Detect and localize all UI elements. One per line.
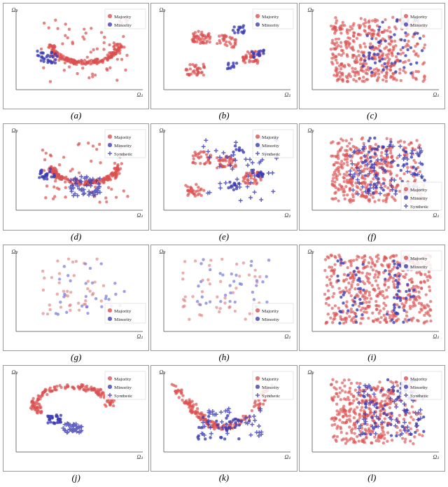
- svg-point-1633: [372, 177, 374, 180]
- svg-point-3237: [358, 393, 361, 396]
- svg-point-1812: [400, 180, 403, 183]
- svg-point-725: [374, 18, 377, 21]
- svg-point-866: [416, 42, 419, 45]
- svg-point-1915: [86, 311, 89, 314]
- svg-point-2335: [384, 303, 387, 306]
- svg-point-1993: [230, 291, 232, 294]
- svg-point-1973: [192, 295, 195, 298]
- svg-point-1518: [412, 159, 415, 162]
- svg-point-883: [332, 25, 335, 28]
- svg-point-2501: [337, 279, 340, 282]
- svg-point-3306: [368, 408, 371, 411]
- svg-point-1988: [201, 295, 204, 298]
- svg-point-487: [239, 27, 241, 29]
- svg-point-2304: [424, 254, 426, 256]
- svg-point-1512: [422, 184, 425, 186]
- svg-point-1177: [58, 163, 61, 166]
- svg-point-378: [201, 71, 204, 74]
- caption-i: (i): [368, 351, 376, 364]
- svg-point-1914: [110, 304, 113, 307]
- svg-point-1946: [238, 274, 241, 277]
- svg-point-2675: [112, 404, 115, 407]
- svg-point-1351: [187, 189, 190, 192]
- svg-point-1397: [242, 151, 245, 153]
- svg-point-2688: [64, 387, 66, 390]
- svg-point-917: [402, 66, 405, 69]
- svg-point-2881: [197, 416, 200, 418]
- svg-point-1889: [41, 312, 44, 315]
- plot-cell-k: Ω₂ Ω₁ MajorityMinoritySynthetic(k): [150, 365, 297, 484]
- svg-point-2930: [260, 392, 263, 395]
- svg-point-1209: [46, 177, 48, 180]
- svg-point-1494: [410, 193, 413, 196]
- svg-point-1859: [102, 284, 105, 287]
- svg-point-2649: [53, 385, 56, 388]
- svg-point-1791: [372, 191, 374, 194]
- svg-point-2692: [97, 393, 100, 396]
- svg-point-3343: [403, 380, 406, 383]
- svg-point-2409: [367, 261, 370, 263]
- svg-point-1902: [107, 298, 110, 301]
- svg-text:Ω₁: Ω₁: [433, 212, 439, 219]
- svg-point-889: [372, 32, 375, 35]
- svg-text:Ω₁: Ω₁: [285, 212, 291, 219]
- svg-point-2130: [408, 298, 411, 301]
- svg-point-265: [50, 51, 52, 54]
- svg-point-2144: [375, 259, 378, 262]
- svg-point-2403: [411, 259, 414, 262]
- svg-point-771: [391, 75, 394, 78]
- svg-point-2530: [384, 277, 386, 280]
- svg-point-157: [77, 60, 80, 62]
- svg-point-2402: [342, 321, 344, 324]
- svg-point-228: [56, 27, 59, 30]
- svg-point-755: [423, 74, 426, 77]
- svg-point-934: [404, 32, 407, 34]
- svg-point-1834: [369, 160, 372, 163]
- svg-point-617: [343, 24, 346, 27]
- svg-point-1900: [113, 282, 116, 284]
- plot-f: Ω₂ Ω₁ MajorityMinoritySynthetic: [299, 123, 445, 230]
- svg-point-1191: [71, 167, 74, 170]
- svg-point-3279: [395, 380, 398, 383]
- svg-point-2514: [342, 293, 344, 296]
- svg-point-2669: [49, 386, 52, 389]
- svg-point-2285: [331, 321, 334, 324]
- plot-j: Ω₂ Ω₁ MajorityMinoritySynthetic: [3, 365, 149, 472]
- svg-point-3181: [360, 406, 363, 409]
- svg-point-3369: [382, 407, 384, 410]
- svg-point-906: [381, 57, 384, 60]
- svg-point-1193: [90, 160, 92, 163]
- svg-point-944: [408, 24, 411, 27]
- svg-point-584: [362, 50, 365, 53]
- svg-point-568: [371, 19, 374, 22]
- caption-a: (a): [71, 109, 81, 122]
- svg-point-208: [116, 57, 119, 60]
- svg-point-2302: [365, 310, 368, 313]
- svg-point-1793: [363, 174, 366, 177]
- caption-e: (e): [219, 231, 229, 243]
- svg-point-2538: [356, 278, 359, 281]
- svg-point-442: [223, 36, 225, 39]
- svg-point-1161: [98, 143, 101, 146]
- svg-point-1162: [95, 148, 98, 151]
- svg-point-2520: [353, 270, 356, 273]
- svg-point-258: [118, 20, 121, 22]
- svg-point-3379: [396, 390, 399, 392]
- svg-point-269: [55, 55, 58, 57]
- plot-h: Ω₂ Ω₁ MajorityMinority: [150, 245, 297, 351]
- svg-point-795: [351, 34, 354, 37]
- svg-point-3318: [348, 402, 351, 404]
- svg-point-2497: [358, 287, 361, 289]
- svg-text:Ω₂: Ω₂: [12, 7, 19, 13]
- svg-point-924: [416, 32, 419, 34]
- svg-point-1318: [203, 151, 206, 153]
- svg-point-1865: [41, 269, 44, 272]
- svg-point-597: [337, 53, 340, 56]
- svg-point-2929: [182, 394, 185, 397]
- svg-point-236: [106, 69, 108, 71]
- svg-point-2479: [390, 318, 393, 321]
- svg-point-1156: [52, 186, 55, 188]
- svg-point-2449: [428, 263, 431, 266]
- svg-point-209: [125, 54, 128, 57]
- svg-point-259: [92, 48, 94, 51]
